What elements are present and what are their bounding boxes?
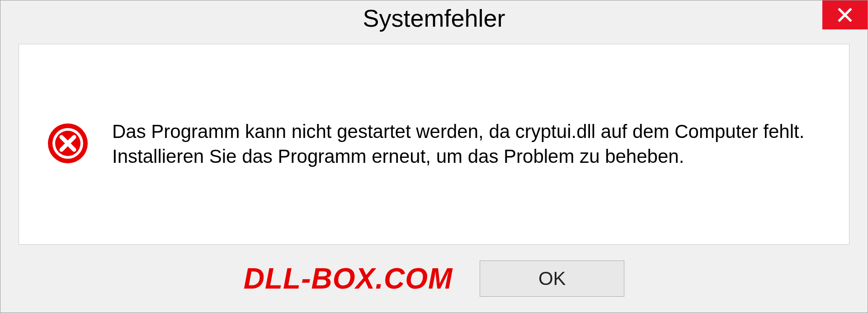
dialog-footer: DLL-BOX.COM OK <box>0 245 868 313</box>
error-dialog: Systemfehler Das Programm kann nicht ges… <box>0 0 868 313</box>
watermark-text: DLL-BOX.COM <box>244 262 453 295</box>
titlebar: Systemfehler <box>0 0 868 37</box>
ok-button[interactable]: OK <box>480 261 624 297</box>
error-message: Das Programm kann nicht gestartet werden… <box>112 119 822 169</box>
close-button[interactable] <box>822 0 868 29</box>
error-icon <box>46 122 90 167</box>
dialog-title: Systemfehler <box>363 4 505 32</box>
close-icon <box>837 7 853 23</box>
content-area: Das Programm kann nicht gestartet werden… <box>19 44 849 245</box>
